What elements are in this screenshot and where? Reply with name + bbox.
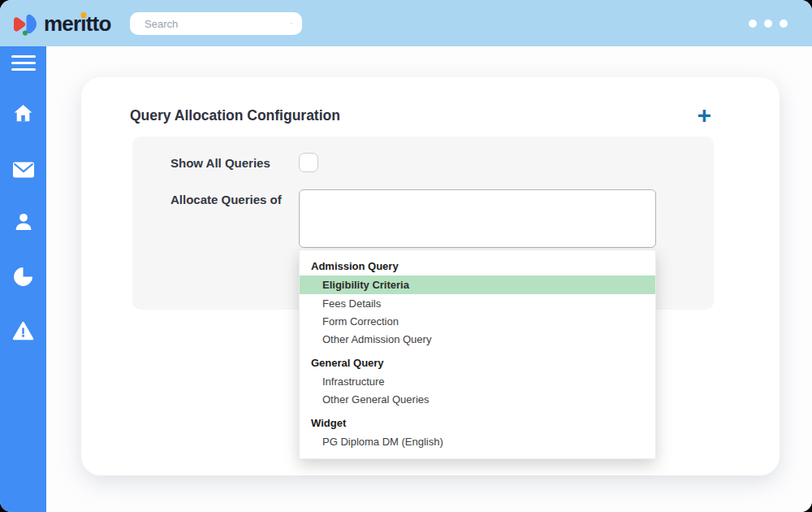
dropdown-option[interactable]: Fees Details: [300, 294, 655, 312]
query-allocation-card: Query Allocation Configuration + Show Al…: [81, 77, 780, 475]
allocate-queries-label: Allocate Queries of: [171, 193, 282, 206]
menu-dot: [780, 20, 788, 28]
meritto-logo-icon: [11, 10, 39, 37]
search-box: [130, 12, 302, 35]
mail-icon: [12, 160, 35, 180]
allocate-queries-input[interactable]: [299, 189, 656, 248]
overflow-menu-icon[interactable]: [749, 20, 788, 28]
sidebar-item-contacts[interactable]: [0, 211, 46, 232]
sidebar-item-messages[interactable]: [0, 160, 46, 180]
dropdown-option[interactable]: Other Admission Query: [300, 330, 655, 348]
dropdown-option[interactable]: Other General Queries: [300, 390, 655, 408]
menu-dot: [749, 20, 757, 28]
show-all-queries-label: Show All Queries: [171, 156, 270, 170]
dropdown-option[interactable]: PG Diploma DM (English): [300, 432, 655, 450]
page-title: Query Allocation Configuration: [130, 107, 340, 124]
dropdown-option[interactable]: Infrastructure: [300, 372, 655, 390]
user-icon: [13, 211, 34, 232]
dropdown-option[interactable]: Form Correction: [300, 312, 655, 330]
dropdown-group: Admission Query Eligibility Criteria Fee…: [300, 257, 655, 348]
sidebar-item-alerts[interactable]: [0, 320, 46, 341]
dropdown-group: Widget PG Diploma DM (English): [300, 414, 655, 450]
home-icon: [12, 102, 34, 124]
dropdown-option[interactable]: Eligibility Criteria: [300, 276, 655, 294]
dropdown-group-label: Widget: [300, 414, 655, 432]
top-header: meritto: [0, 0, 812, 46]
hamburger-menu-icon[interactable]: [0, 55, 46, 71]
dropdown-group-label: General Query: [300, 354, 655, 372]
plus-icon: +: [697, 102, 711, 128]
search-icon[interactable]: [291, 16, 292, 31]
card-header: Query Allocation Configuration +: [81, 77, 780, 124]
brand-logo[interactable]: meritto: [11, 10, 111, 37]
alert-triangle-icon: [12, 320, 34, 341]
add-button[interactable]: +: [697, 106, 711, 124]
search-input[interactable]: [130, 18, 291, 30]
app-window: meritto: [0, 0, 812, 512]
dropdown-group-label: Admission Query: [300, 257, 655, 276]
menu-dot: [764, 20, 772, 28]
show-all-queries-checkbox[interactable]: [299, 153, 318, 172]
main-content: Query Allocation Configuration + Show Al…: [46, 46, 812, 512]
sidebar: [0, 46, 46, 512]
pie-chart-icon: [12, 266, 34, 288]
logo-text: meritto: [44, 13, 111, 34]
query-type-dropdown: Admission Query Eligibility Criteria Fee…: [299, 249, 656, 459]
sidebar-item-home[interactable]: [0, 102, 46, 124]
dropdown-group: General Query Infrastructure Other Gener…: [300, 354, 655, 408]
sidebar-item-reports[interactable]: [0, 266, 46, 288]
